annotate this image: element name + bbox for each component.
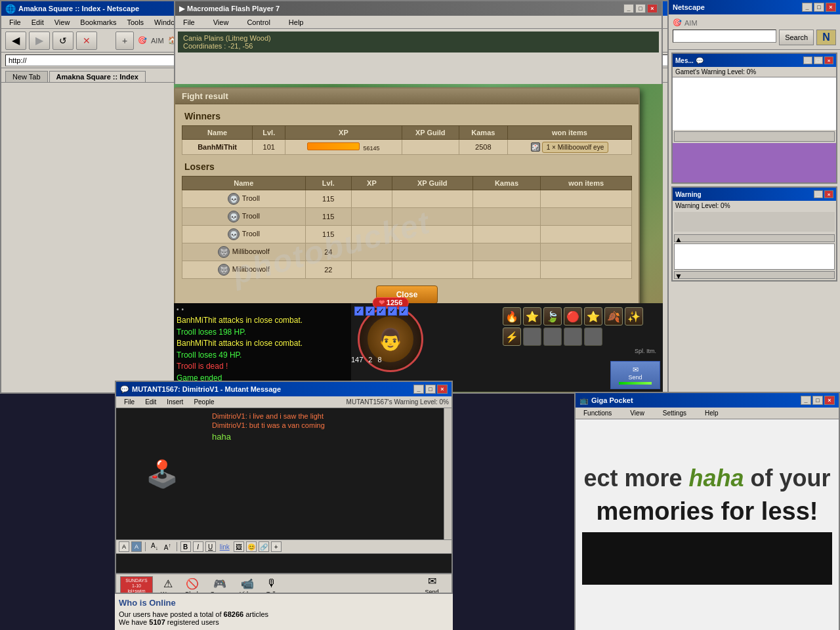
right-min-btn[interactable]: _ — [802, 3, 812, 12]
col-xp-guild: XP Guild — [402, 126, 459, 140]
warning-level-1: Gamet's Warning Level: 0% — [673, 67, 836, 77]
mutant-max-btn[interactable]: □ — [425, 385, 436, 394]
formatting-toolbar: A A A↓ A↑ B I U link 🖼 😊 🔗 + — [116, 539, 452, 554]
giga-max-btn[interactable]: □ — [812, 396, 823, 405]
aim-label: AIM — [684, 19, 698, 27]
reload-btn[interactable]: ↺ — [52, 32, 74, 50]
mutant-min-btn[interactable]: _ — [413, 385, 424, 394]
mutant-close-btn[interactable]: × — [437, 385, 448, 394]
mutant-menu-edit[interactable]: Edit — [140, 398, 161, 406]
slot-4[interactable]: 🔴 — [564, 307, 582, 326]
slot-5[interactable]: ⭐ — [584, 307, 602, 326]
stop-btn[interactable]: ✕ — [76, 32, 97, 50]
tab-amakna[interactable]: Amakna Square :: Index — [49, 71, 146, 82]
link-btn[interactable]: link — [218, 543, 232, 551]
slot-1[interactable]: 🔥 — [503, 307, 521, 326]
scroll-down-btn[interactable]: ▼ — [674, 271, 835, 279]
skull-icon-1: 💀 — [228, 193, 240, 205]
search-input[interactable] — [673, 30, 776, 43]
dialog-titlebar: Fight result — [175, 89, 639, 104]
italic-btn[interactable]: I — [193, 541, 203, 552]
misc-btn[interactable]: + — [271, 541, 282, 552]
wolf-icon-2: 🐺 — [218, 264, 230, 276]
format-a-size-btn-2[interactable]: A↑ — [162, 542, 173, 551]
flash-menu-file[interactable]: File — [178, 18, 200, 26]
flash-max-btn[interactable]: □ — [635, 4, 646, 13]
menu-tools[interactable]: Tools — [121, 18, 149, 26]
col-name: Name — [182, 126, 253, 140]
game-hud: • • BanhMiThit attacks in close combat. … — [174, 303, 663, 392]
format-a-size-btn-1[interactable]: A↓ — [149, 542, 160, 551]
menu-edit[interactable]: Edit — [26, 18, 49, 26]
giga-dark-bar — [582, 532, 832, 585]
giga-menu-help[interactable]: Help — [700, 410, 724, 417]
giga-close-btn[interactable]: × — [824, 396, 835, 405]
flash-close-btn[interactable]: × — [647, 4, 658, 13]
slot-10[interactable] — [543, 327, 562, 346]
slot-12[interactable] — [584, 327, 602, 346]
mutant-menu-file[interactable]: File — [119, 398, 140, 406]
slot-7[interactable]: ✨ — [625, 307, 643, 326]
menu-view[interactable]: View — [49, 18, 75, 26]
send-big-icon: ✉ — [425, 575, 438, 588]
warn-min[interactable]: _ — [814, 190, 823, 198]
mutant-menu-people[interactable]: People — [188, 398, 219, 406]
fight-dialog: Fight result Winners Name Lvl. XP XP Gui… — [174, 87, 640, 314]
flash-min-btn[interactable]: _ — [623, 4, 634, 13]
col-xp: XP — [285, 126, 402, 140]
slot-11[interactable] — [564, 327, 582, 346]
aim-input-area[interactable] — [673, 143, 836, 182]
bold-btn[interactable]: B — [180, 541, 191, 552]
slot-3[interactable]: 🍃 — [543, 307, 562, 326]
n-logo-btn[interactable]: N — [816, 30, 836, 45]
smiley-btn[interactable]: 😊 — [246, 541, 257, 552]
loser2-items — [541, 208, 632, 226]
video-icon: 📹 — [241, 577, 254, 590]
stat-2: 2 — [368, 356, 372, 364]
loser5-kamas — [472, 261, 541, 279]
aim-close[interactable]: × — [824, 56, 833, 64]
chat-line-5: Trooll is dead ! — [177, 362, 348, 372]
slot-8[interactable]: ⚡ — [503, 327, 521, 346]
menu-file[interactable]: File — [4, 18, 26, 26]
giga-min-btn[interactable]: _ — [801, 396, 811, 405]
flash-menu-help[interactable]: Help — [284, 18, 309, 26]
aim-scrollbar[interactable] — [674, 131, 835, 142]
format-a-btn-2[interactable]: A — [131, 541, 142, 552]
col-lvl: Lvl. — [253, 126, 285, 140]
chat-line-3: BanhMiThit attacks in close combat. — [177, 339, 348, 349]
flash-menu-view[interactable]: View — [208, 18, 234, 26]
col-won-items: won items — [507, 126, 631, 140]
giga-menu-functions[interactable]: Functions — [578, 410, 617, 417]
mutant-chat-area: DimitrioV1: i live and i saw the light D… — [208, 408, 452, 539]
tab-new[interactable]: New Tab — [5, 71, 48, 82]
loser-row: 💀Trooll 115 — [182, 190, 632, 208]
slot-6[interactable]: 🍂 — [604, 307, 623, 326]
warn-close[interactable]: × — [824, 190, 833, 198]
new-tab-btn[interactable]: + — [116, 32, 134, 50]
loser5-name: 🐺Milliboowolf — [182, 261, 306, 279]
flash-menu-control[interactable]: Control — [242, 18, 275, 26]
format-a-btn-1[interactable]: A — [119, 541, 129, 552]
image-btn[interactable]: 🖼 — [234, 541, 244, 552]
giga-menu-view[interactable]: View — [625, 410, 650, 417]
send-button[interactable]: ✉ Send — [610, 361, 660, 389]
right-close-btn[interactable]: × — [826, 3, 836, 12]
scroll-up-btn[interactable]: ▲ — [674, 234, 835, 242]
winner-items: 🎲 1 × Milliboowolf eye — [507, 140, 631, 155]
right-max-btn[interactable]: □ — [814, 3, 824, 12]
aim-min[interactable]: _ — [803, 56, 812, 64]
link-btn-2[interactable]: 🔗 — [259, 541, 269, 552]
back-btn[interactable]: ◀ — [5, 32, 26, 50]
menu-bookmarks[interactable]: Bookmarks — [75, 18, 121, 26]
underline-btn[interactable]: U — [205, 541, 216, 552]
giga-menu-settings[interactable]: Settings — [658, 410, 692, 417]
slot-9[interactable] — [523, 327, 541, 346]
slot-2[interactable]: ⭐ — [523, 307, 541, 326]
aim-max[interactable]: □ — [814, 56, 823, 64]
search-button[interactable]: Search — [779, 30, 814, 45]
chat-scrollbar[interactable] — [444, 408, 452, 539]
mutant-menu-insert[interactable]: Insert — [161, 398, 188, 406]
forward-btn[interactable]: ▶ — [29, 32, 50, 50]
mutant-text-input[interactable] — [116, 554, 452, 574]
